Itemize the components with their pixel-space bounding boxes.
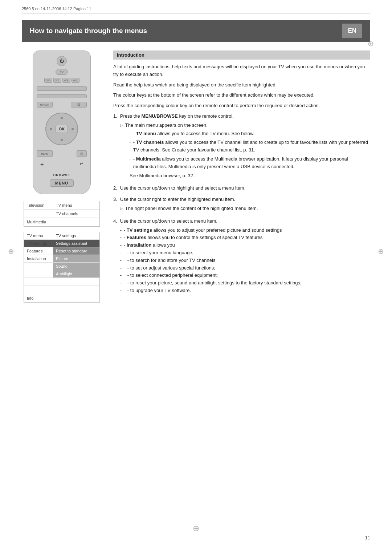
demo-bar-2 [37, 94, 87, 98]
option-button: OPTION [37, 102, 53, 108]
menu-table-2-row-7 [24, 285, 99, 293]
introduction-header: Introduction [113, 50, 370, 60]
tv-channels-item: - TV channels allows you to access the T… [130, 139, 370, 154]
main-content: ⏻ TV DVD STB VCR AUX OPTION ⊡ [22, 50, 370, 303]
installation-label: Installation [24, 255, 53, 263]
step-4-content: Use the cursor up/down to select a menu … [120, 218, 302, 295]
step-1-sub-1: The main menu appears on the screen. - T… [120, 122, 370, 180]
menu-table-1-cell-right-1: TV menu [53, 201, 99, 210]
menu-table-1-cell-right-3 [53, 218, 99, 226]
tv-button: TV [56, 69, 68, 75]
intro-para-4: Press the corresponding colour key on th… [113, 102, 370, 110]
vcr-button: VCR [62, 78, 70, 83]
remote-control: ⏻ TV DVD STB VCR AUX OPTION ⊡ [33, 50, 91, 194]
menu-table-2-header: TV menu TV settings [24, 232, 99, 240]
menu-table-1-cell-right-2: TV channels [53, 210, 99, 218]
intro-para-3: The colour keys at the bottom of the scr… [113, 92, 370, 99]
menu-browse-row: MENU ⊞ [37, 150, 87, 157]
step-3-text: Use the cursor right to enter the highli… [120, 197, 235, 202]
menu-table-2-header-left: TV menu [24, 232, 53, 240]
empty-left-4 [24, 263, 53, 270]
demo-bar [37, 86, 87, 91]
right-column: Introduction A lot of guiding instructio… [113, 50, 370, 303]
pip-button: ⊡ [71, 102, 87, 108]
multimedia-ref-text: See Multimedia browser, p. 32. [130, 173, 194, 178]
menu-table-1-row-1: Television TV menu [24, 201, 99, 210]
step-1-text-post: key on the remote control. [178, 113, 234, 119]
step-2-text: Use the cursor up/down to highlight and … [120, 185, 245, 191]
multimedia-item: - Multimedia allows you to access the Mu… [130, 155, 370, 171]
intro-para-1: A lot of guiding instructions, help text… [113, 63, 370, 78]
grid-button: ⊞ [77, 150, 87, 157]
reset-standard-label: Reset to standard [53, 247, 99, 255]
option-row: OPTION ⊡ [37, 102, 87, 108]
intro-para-2: Read the help texts which are being disp… [113, 81, 370, 89]
menu-table-2-row-1: TV settings Settings assistant [24, 240, 99, 247]
step-1-num: 1. [113, 113, 117, 181]
install-sub-4: - to select connected peripheral equipme… [120, 272, 302, 279]
step-1-subsub: - TV menu allows you to access the TV me… [125, 130, 370, 180]
instruction-step-1: 1. Press the MENU/BROWSE key on the remo… [113, 113, 370, 181]
language-badge: EN [342, 24, 362, 38]
menu-table-1-cell-left-1: Television [24, 201, 53, 210]
vol-plus: + [40, 161, 44, 168]
back-button: ↩ [79, 161, 83, 168]
sound-label: Sound [53, 263, 99, 270]
features-label: Features [24, 247, 53, 255]
title-banner: How to navigate through the menus EN [22, 20, 370, 42]
page-title: How to navigate through the menus [30, 27, 147, 35]
empty-left-5 [24, 270, 53, 278]
left-column: ⏻ TV DVD STB VCR AUX OPTION ⊡ [22, 50, 102, 303]
page-header: 2560.5 en 14-11-2006 14:12 Pagina 11 [0, 0, 392, 13]
menu-browse-bold: MENU/BROWSE [141, 113, 177, 119]
install-sub-2: - to search for and store your TV channe… [120, 257, 302, 264]
tv-menu-bold: TV menu [136, 131, 156, 136]
tv-menu-dash: - [133, 131, 136, 136]
menu-button: MENU [37, 150, 53, 157]
vol-row: + ↩ [37, 161, 87, 168]
dvd-button: DVD [44, 78, 52, 83]
step-3-sub-1: The right panel shows the content of the… [120, 205, 258, 212]
installation-bold: Installation [127, 242, 152, 248]
tv-settings-bold: TV settings [127, 227, 152, 233]
menu-table-1-cell-left-3: Multimedia [24, 218, 53, 226]
power-button: ⏻ [57, 56, 67, 66]
step-1-content: Press the MENU/BROWSE key on the remote … [120, 113, 370, 181]
empty-left-7 [24, 285, 53, 293]
tv-settings-item: - TV settings allows you to adjust your … [120, 227, 302, 234]
source-buttons-row: DVD STB VCR AUX [44, 78, 79, 83]
multimedia-dash: - [133, 156, 136, 162]
install-sub-3: - to set or adjust various special funct… [120, 264, 302, 272]
ambilight-label: Ambilight [53, 270, 99, 278]
step-4-text: Use the cursor up/down to select a menu … [120, 218, 217, 224]
menu-table-2: TV menu TV settings TV settings Settings… [24, 232, 100, 303]
tv-settings-label: TV settings [24, 240, 53, 247]
header-divider [22, 13, 370, 13]
left-margin-line [13, 44, 13, 526]
step-3-content: Use the cursor right to enter the highli… [120, 196, 258, 214]
browse-label: BROWSE [53, 171, 70, 177]
menu-table-2-row-5: Ambilight [24, 270, 99, 278]
info-label: Info [24, 293, 53, 302]
menu-table-2-row-4: Sound [24, 263, 99, 270]
step-4-num: 4. [113, 218, 117, 295]
multimedia-text: allows you to access the Multimedia brow… [133, 156, 348, 169]
instruction-step-3: 3. Use the cursor right to enter the hig… [113, 196, 370, 214]
nav-dot-down [61, 139, 63, 141]
menu-label: MENU [50, 179, 74, 187]
menu-table-1: Television TV menu TV channels Multimedi… [24, 201, 100, 227]
menu-table-2-row-2: Features Reset to standard [24, 247, 99, 255]
crosshair-top-right: ⊕ [368, 39, 374, 48]
step-1-text-pre: Press the [120, 113, 142, 119]
page-number: 11 [365, 535, 370, 540]
empty-right-6 [53, 278, 99, 285]
features-bold: Features [127, 235, 146, 240]
crosshair-right: ⊕ [378, 247, 384, 256]
nav-dot-right [72, 128, 74, 130]
install-sub-1: - to select your menu language; [120, 249, 302, 257]
power-icon: ⏻ [60, 58, 64, 64]
tv-menu-text: allows you to access the TV menu. See be… [156, 131, 254, 136]
menu-table-2-info-row: Info [24, 293, 99, 302]
tv-menu-item: - TV menu allows you to access the TV me… [130, 130, 370, 138]
menu-table-1-row-2: TV channels [24, 210, 99, 218]
